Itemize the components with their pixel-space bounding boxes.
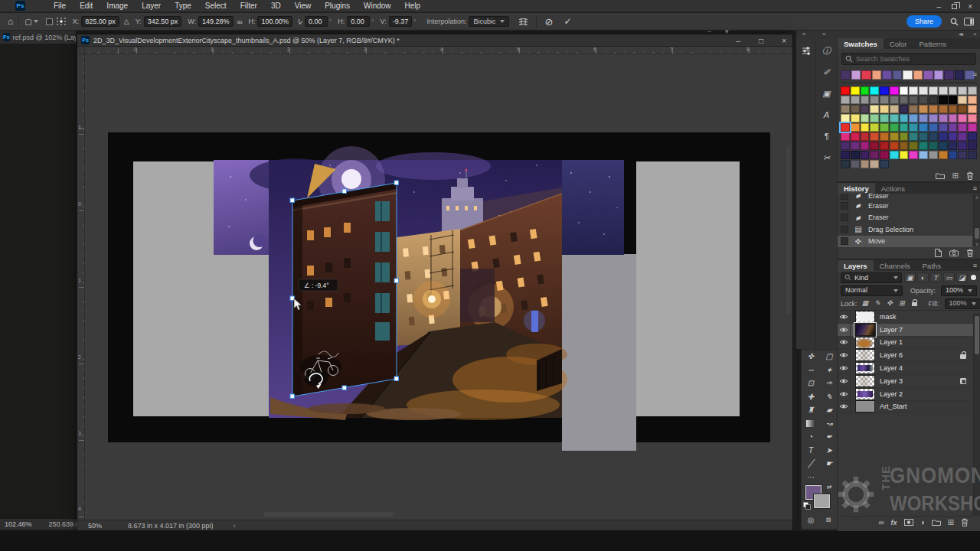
document-tab-refpsd[interactable]: Ps ref.psd @ 102% (Layer <box>0 31 77 44</box>
swatch-cell[interactable] <box>909 86 918 95</box>
info-icon[interactable]: ⓘ <box>816 41 837 60</box>
type-tool[interactable]: T <box>802 444 820 458</box>
swatch-recent-cell[interactable] <box>893 70 903 80</box>
swatch-cell[interactable] <box>861 105 870 113</box>
swatch-cell[interactable] <box>870 142 879 150</box>
search-icon[interactable] <box>950 18 959 26</box>
swatch-recent-cell[interactable] <box>851 70 861 80</box>
swatch-cell[interactable] <box>880 123 889 132</box>
filter-smartobject-icon[interactable]: ◪ <box>956 272 968 282</box>
swatch-cell[interactable] <box>880 160 889 168</box>
swatch-recent-cell[interactable] <box>882 70 892 80</box>
swatch-search-input[interactable] <box>856 55 963 63</box>
dock-collapse-icon[interactable]: ◂◂ <box>959 31 962 37</box>
eraser-tool[interactable]: ▰ <box>820 403 838 417</box>
swatch-cell[interactable] <box>929 151 938 159</box>
eyedropper-tool[interactable]: ✑ <box>820 377 838 390</box>
clone-stamp-tool[interactable]: ♜ <box>802 403 820 417</box>
swatch-cell[interactable] <box>841 96 850 104</box>
swatch-cell[interactable] <box>851 86 860 95</box>
swatch-cell[interactable] <box>861 151 870 159</box>
swatch-cell[interactable] <box>909 114 918 122</box>
swatch-recent-cell[interactable] <box>841 70 851 80</box>
swatch-cell[interactable] <box>968 96 977 104</box>
commit-transform-button[interactable]: ✓ <box>564 16 571 27</box>
lasso-tool[interactable]: ∽ <box>802 364 820 377</box>
swatch-cell[interactable] <box>890 96 899 104</box>
swatches-panel-tab[interactable]: Swatches <box>838 38 884 49</box>
swatch-cell[interactable] <box>909 123 918 132</box>
add-layer-mask-icon[interactable] <box>904 519 913 526</box>
history-panel-tab[interactable]: History <box>838 183 875 194</box>
swatch-recent-cell[interactable] <box>861 70 871 80</box>
swatch-cell[interactable] <box>890 142 899 150</box>
swatch-cell[interactable] <box>949 123 958 132</box>
swatch-cell[interactable] <box>841 86 850 95</box>
layer-thumbnail[interactable] <box>855 400 875 412</box>
scissors-icon[interactable]: ✂ <box>816 148 837 167</box>
window-close-button[interactable]: × <box>968 2 972 11</box>
swatch-cell[interactable] <box>851 160 860 168</box>
history-source-checkbox[interactable] <box>841 202 848 210</box>
swatch-cell[interactable] <box>851 151 860 159</box>
swatches-panel-tab[interactable]: Color <box>884 38 913 49</box>
swatch-cell[interactable] <box>851 132 860 141</box>
share-button[interactable]: Share <box>906 15 942 28</box>
swatch-cell[interactable] <box>949 114 958 122</box>
status-chevron-icon[interactable]: › <box>234 522 236 530</box>
swatch-cell[interactable] <box>949 86 958 95</box>
history-row[interactable]: Eraser <box>838 212 972 224</box>
history-source-checkbox[interactable] <box>841 194 848 200</box>
swatch-cell[interactable] <box>949 96 958 104</box>
swatches-panel-tab[interactable]: Patterns <box>913 38 952 49</box>
layer-row[interactable]: mask <box>838 311 973 324</box>
lock-transparent-icon[interactable]: ▦ <box>861 299 871 308</box>
swatch-cell[interactable] <box>900 96 909 104</box>
swatch-cell[interactable] <box>861 96 870 104</box>
swatch-cell[interactable] <box>851 114 860 122</box>
delete-layer-icon[interactable] <box>961 518 969 527</box>
swatch-cell[interactable] <box>900 105 909 113</box>
dodge-tool[interactable]: ◔ <box>802 430 820 444</box>
swatch-cell[interactable] <box>968 123 977 132</box>
swatch-cell[interactable] <box>890 123 899 132</box>
snapshot-camera-icon[interactable] <box>949 249 959 256</box>
hand-tool[interactable]: ☛ <box>820 457 838 471</box>
interpolation-select[interactable]: Bicubic <box>469 16 509 27</box>
window-restore-button[interactable] <box>952 4 957 9</box>
swatch-cell[interactable] <box>909 132 918 141</box>
layer-visibility-eye-icon[interactable] <box>838 375 851 387</box>
swatch-cell[interactable] <box>958 114 967 122</box>
layer-visibility-eye-icon[interactable] <box>838 362 851 374</box>
swatch-cell[interactable] <box>949 142 958 150</box>
background-zoom-level[interactable]: 102.46% <box>5 520 32 528</box>
swatch-cell[interactable] <box>880 105 889 113</box>
swatch-cell[interactable] <box>900 151 909 159</box>
swatch-cell[interactable] <box>939 86 948 95</box>
layer-thumbnail[interactable] <box>855 375 875 387</box>
swatch-cell[interactable] <box>968 114 977 122</box>
canvas-horizontal-scrollbar[interactable] <box>263 512 394 517</box>
filter-pixel-icon[interactable]: ▣ <box>904 272 916 282</box>
toggle-reference-point-checkbox[interactable] <box>46 18 53 25</box>
background-color-swatch[interactable] <box>814 494 830 508</box>
swatch-cell[interactable] <box>968 86 977 95</box>
layers-panel-tab[interactable]: Channels <box>874 260 916 271</box>
layers-scrollbar[interactable] <box>973 313 980 516</box>
swatch-cell[interactable] <box>841 160 850 168</box>
default-colors-icon[interactable] <box>803 502 810 509</box>
swatch-cell[interactable] <box>861 86 870 95</box>
canvas-vertical-scrollbar[interactable] <box>786 146 791 315</box>
h-skew-field[interactable]: 0.00 <box>347 16 370 27</box>
swatch-cell[interactable] <box>968 105 977 113</box>
swatch-cell[interactable] <box>900 123 909 132</box>
float-zoom-level[interactable]: 50% <box>88 522 102 530</box>
layer-row[interactable]: Layer 4 <box>838 362 973 375</box>
swatch-cell[interactable] <box>880 132 889 141</box>
lock-position-icon[interactable]: ✜ <box>885 299 895 308</box>
v-skew-field[interactable]: -9.37 <box>389 16 413 27</box>
new-layer-icon[interactable]: ⊞ <box>948 518 954 527</box>
swatches-menu-icon[interactable]: ≡ <box>973 70 977 78</box>
swatch-cell[interactable] <box>900 132 909 141</box>
floating-window-titlebar[interactable]: Ps 2D_3D_VisualDevelopmentExteriorCitysc… <box>77 34 792 47</box>
